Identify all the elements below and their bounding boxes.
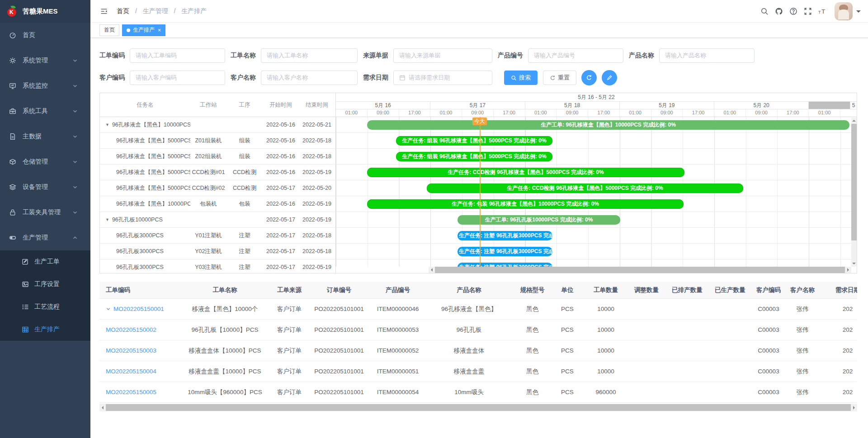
breadcrumb-home[interactable]: 首页: [117, 7, 129, 14]
sidebar-item-工装夹具管理[interactable]: 工装夹具管理: [0, 200, 90, 225]
collapse-triangle-icon[interactable]: ▼: [105, 217, 109, 222]
gantt-task-row[interactable]: 96孔移液盒【黑色】10000PCS包装机包装2022-05-162022-05…: [100, 196, 335, 212]
sidebar-item-首页[interactable]: 首页: [0, 23, 90, 48]
gantt-bar-workorder[interactable]: 生产工单: 96孔移液盒【黑色】10000PCS 完成比例: 0%: [367, 120, 849, 130]
fontsize-icon[interactable]: TT: [816, 5, 829, 18]
sidebar-subitem-label: 工艺流程: [34, 303, 84, 311]
gantt-bar-task[interactable]: 生产任务: 注塑 96孔孔板3000PCS 完成比例: 0%: [458, 231, 552, 240]
工单名称-input[interactable]: 请输入工单名称: [261, 48, 358, 63]
table-cell: 960000: [585, 389, 626, 396]
sidebar-item-系统管理[interactable]: 系统管理: [0, 48, 90, 73]
工单编码-input[interactable]: 请输入工单编码: [130, 48, 225, 63]
gantt-day-overflow-block: [809, 102, 850, 109]
layers-icon: [9, 184, 16, 191]
search-icon[interactable]: [758, 5, 771, 18]
scroll-left-arrow-icon[interactable]: [99, 405, 106, 411]
产品编号-input[interactable]: 请输入产品编号: [528, 48, 623, 63]
task-process: CCD检测: [226, 169, 263, 176]
app-logo[interactable]: K 苦糖果MES: [0, 0, 90, 23]
scrollbar-thumb[interactable]: [435, 267, 845, 273]
gantt-task-row[interactable]: 96孔孔板3000PCSY01注塑机注塑2022-05-172022-05-18: [100, 228, 335, 244]
sidebar-toggle-icon[interactable]: [99, 7, 108, 16]
sidebar: K 苦糖果MES 首页系统管理系统监控系统工具主数据仓储管理设备管理工装夹具管理…: [0, 0, 90, 438]
task-name: ▼96孔移液盒【黑色】10000PCS: [100, 121, 190, 129]
chevron-down-icon: [72, 58, 78, 63]
sidebar-item-系统工具[interactable]: 系统工具: [0, 99, 90, 124]
scroll-left-arrow-icon[interactable]: [429, 267, 435, 273]
scrollbar-thumb[interactable]: [106, 404, 851, 411]
gantt-task-row[interactable]: 96孔孔板3000PCSY03注塑机注塑2022-05-172022-05-19: [100, 259, 335, 273]
客户名称-input[interactable]: 请输入客户名称: [261, 71, 358, 85]
gantt-task-row[interactable]: 96孔移液盒【黑色】5000PCSZ02组装机组装2022-05-162022-…: [100, 149, 335, 165]
gantt-bar-task[interactable]: 生产任务: CCD检测 96孔移液盒【黑色】5000PCS 完成比例: 0%: [427, 184, 743, 193]
document-icon: [9, 133, 16, 140]
gantt-task-row[interactable]: ▼96孔孔板10000PCS2022-05-172022-05-19: [100, 212, 335, 228]
来源单据-input[interactable]: 请输入来源单据: [393, 48, 492, 63]
workorder-code-link[interactable]: MO202205150002: [106, 326, 156, 333]
user-avatar[interactable]: [835, 2, 853, 20]
gantt-horizontal-scrollbar[interactable]: [429, 267, 851, 273]
gantt-task-row[interactable]: 96孔移液盒【黑色】5000PCSCCD检测#01CCD检测2022-05-16…: [100, 165, 335, 180]
sidebar-item-设备管理[interactable]: 设备管理: [0, 174, 90, 200]
workorder-code-link[interactable]: MO202205150005: [106, 389, 156, 396]
fullscreen-icon[interactable]: [801, 5, 815, 18]
gantt-bar-task[interactable]: 生产任务: 组装 96孔移液盒【黑色】5000PCS 完成比例: 0%: [396, 152, 552, 161]
filter-form: 工单编码请输入工单编码工单名称请输入工单名称来源单据请输入来源单据产品编号请输入…: [90, 38, 868, 85]
sidebar-subitem-生产工单[interactable]: 生产工单: [0, 250, 90, 273]
table-cell: PCS: [549, 326, 585, 333]
expand-row-icon[interactable]: [106, 306, 111, 311]
close-tab-icon[interactable]: ×: [158, 27, 161, 33]
table-column-客户编码: 客户编码: [753, 286, 784, 294]
gantt-chart-body: 生产工单: 96孔移液盒【黑色】10000PCS 完成比例: 0%生产任务: 组…: [336, 117, 851, 267]
edit-schedule-button[interactable]: [602, 70, 617, 85]
gantt-hour-label: 01:00: [620, 109, 651, 117]
help-icon[interactable]: [787, 5, 800, 18]
gantt-task-row[interactable]: ▼96孔移液盒【黑色】10000PCS2022-05-162022-05-21: [100, 117, 335, 133]
gantt-bar-task[interactable]: 生产任务: 注塑 96孔孔板3000PCS 完成比例: 0%: [458, 247, 552, 256]
caret-down-icon[interactable]: [856, 10, 861, 15]
sidebar-item-仓储管理[interactable]: 仓储管理: [0, 149, 90, 174]
gantt-bar-task[interactable]: 生产任务: 组装 96孔移液盒【黑色】5000PCS 完成比例: 0%: [396, 136, 552, 146]
breadcrumb-production[interactable]: 生产管理: [143, 7, 168, 14]
task-start: 2022-05-16: [263, 137, 299, 144]
scroll-up-arrow-icon[interactable]: [851, 118, 857, 124]
scrollbar-thumb[interactable]: [851, 124, 857, 240]
table-cell: 202: [821, 368, 857, 375]
需求日期-input[interactable]: 请选择需求日期: [393, 71, 492, 85]
scroll-right-arrow-icon[interactable]: [851, 405, 857, 411]
filter-label: 工单编码: [99, 52, 130, 60]
breadcrumb-current: 生产排产: [181, 7, 207, 14]
gantt-task-row[interactable]: 96孔移液盒【黑色】5000PCSZ01组装机组装2022-05-162022-…: [100, 133, 335, 149]
refresh-gantt-button[interactable]: [581, 70, 597, 85]
sidebar-item-生产管理[interactable]: 生产管理: [0, 225, 90, 250]
tab-生产排产[interactable]: 生产排产×: [122, 24, 165, 36]
sidebar-item-系统监控[interactable]: 系统监控: [0, 73, 90, 99]
sidebar-subitem-工序设置[interactable]: 工序设置: [0, 273, 90, 296]
sidebar-item-主数据[interactable]: 主数据: [0, 124, 90, 149]
workorder-code-link[interactable]: MO202205150003: [106, 347, 156, 354]
scroll-down-arrow-icon[interactable]: [851, 260, 857, 267]
sidebar-subitem-工艺流程[interactable]: 工艺流程: [0, 296, 90, 318]
github-icon[interactable]: [772, 5, 786, 18]
table-horizontal-scrollbar[interactable]: [99, 404, 857, 411]
客户编码-input[interactable]: 请输入客户编码: [130, 71, 225, 85]
workorder-code-link[interactable]: MO202205150001: [113, 306, 164, 312]
workorder-code-link[interactable]: MO202205150004: [106, 368, 156, 375]
reset-button[interactable]: 重置: [543, 71, 576, 85]
task-end: 2022-05-21: [299, 122, 335, 128]
table-cell: 10000: [585, 347, 626, 354]
sidebar-subitem-生产排产[interactable]: 生产排产: [0, 318, 90, 341]
产品名称-input[interactable]: 请输入产品名称: [659, 48, 755, 63]
gantt-bar-task[interactable]: 生产任务: 注塑 96孔孔板3000PCS 完成比例: 0%: [458, 263, 552, 267]
gantt-bar-workorder[interactable]: 生产工单: 96孔孔板10000PCS 完成比例: 0%: [458, 215, 620, 225]
gantt-vertical-scrollbar[interactable]: [851, 118, 857, 267]
collapse-triangle-icon[interactable]: ▼: [105, 122, 109, 127]
tab-首页[interactable]: 首页: [99, 24, 119, 36]
scroll-right-arrow-icon[interactable]: [845, 267, 851, 273]
gantt-task-row[interactable]: 96孔移液盒【黑色】5000PCSCCD检测#02CCD检测2022-05-17…: [100, 180, 335, 196]
sidebar-item-label: 系统监控: [23, 82, 72, 90]
gantt-task-row[interactable]: 96孔孔板3000PCSY02注塑机注塑2022-05-172022-05-18: [100, 244, 335, 259]
search-button[interactable]: 搜索: [504, 71, 538, 85]
gantt-bar-task[interactable]: 生产任务: 包装 96孔移液盒【黑色】10000PCS 完成比例: 0%: [367, 199, 684, 209]
gantt-bar-task[interactable]: 生产任务: CCD检测 96孔移液盒【黑色】5000PCS 完成比例: 0%: [367, 168, 684, 177]
